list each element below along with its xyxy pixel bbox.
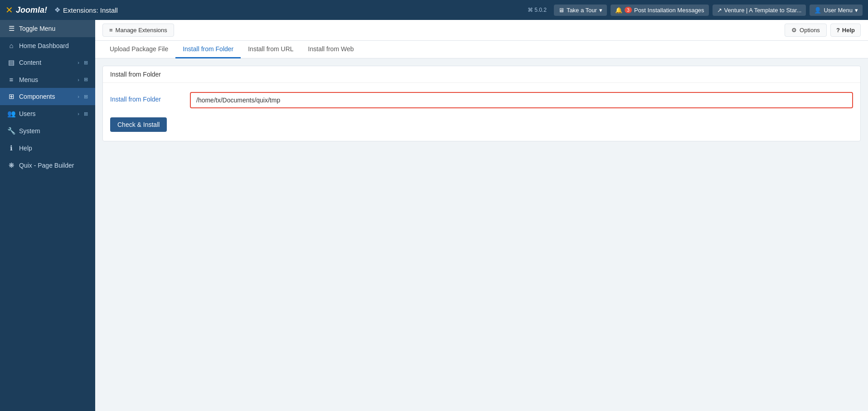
components-grid-icon: ⊞ <box>84 94 88 100</box>
sidebar-item-toggle-menu[interactable]: ☰ Home Dashboard Toggle Menu <box>0 20 95 37</box>
card-header: Install from Folder <box>103 66 860 83</box>
quix-icon: ❋ <box>7 161 15 169</box>
system-label: System <box>19 127 40 135</box>
sidebar-item-users[interactable]: 👥 Users › ⊞ <box>0 105 95 122</box>
menus-chevron-icon: › <box>78 77 79 82</box>
template-button[interactable]: ↗ Venture | A Template to Star... <box>713 5 806 16</box>
topbar: ✕ Joomla! ❖ Extensions: Install ⌘ 5.0.2 … <box>0 0 868 20</box>
content-area: ≡ Manage Extensions ⚙ Options ? Help Upl… <box>95 20 868 411</box>
user-menu-button[interactable]: 👤 User Menu ▾ <box>810 5 863 16</box>
sidebar-item-system[interactable]: 🔧 System <box>0 122 95 140</box>
tour-icon: 🖥 <box>558 7 564 14</box>
home-icon: ⌂ <box>7 42 15 49</box>
notifications-badge: 3 <box>625 7 632 13</box>
question-icon: ? <box>836 27 840 34</box>
help-button[interactable]: ? Help <box>830 24 861 37</box>
components-label: Components <box>19 93 55 100</box>
users-chevron-icon: › <box>78 111 79 116</box>
content-grid-icon: ⊞ <box>84 60 88 66</box>
card-body: Install from Folder Check & Install <box>103 83 860 141</box>
install-folder-form-group: Install from Folder <box>110 92 853 108</box>
logo[interactable]: ✕ Joomla! <box>5 5 47 15</box>
extensions-icon: ❖ <box>54 6 60 14</box>
post-installation-messages-button[interactable]: 🔔 3 Post Installation Messages <box>611 5 709 16</box>
joomla-icon: ✕ <box>5 5 13 15</box>
content-label: Content <box>19 59 41 66</box>
users-grid-icon: ⊞ <box>84 111 88 117</box>
tab-bar: Upload Package File Install from Folder … <box>95 41 868 58</box>
install-from-folder-card: Install from Folder Install from Folder … <box>102 66 861 141</box>
sidebar: ☰ Home Dashboard Toggle Menu ⌂ Home Dash… <box>0 20 95 411</box>
gear-icon: ⚙ <box>791 27 797 34</box>
user-icon: 👤 <box>814 7 821 14</box>
components-icon: ⊞ <box>7 92 15 101</box>
take-a-tour-button[interactable]: 🖥 Take a Tour ▾ <box>554 5 607 16</box>
tab-install-from-folder[interactable]: Install from Folder <box>175 41 241 58</box>
sidebar-item-home-dashboard[interactable]: ⌂ Home Dashboard <box>0 37 95 54</box>
menus-label: Menus <box>19 76 38 83</box>
components-chevron-icon: › <box>78 94 79 99</box>
quix-label: Quix - Page Builder <box>19 162 74 169</box>
install-folder-label: Install from Folder <box>110 92 183 103</box>
check-and-install-button[interactable]: Check & Install <box>110 117 167 132</box>
toolbar: ≡ Manage Extensions ⚙ Options ? Help <box>95 20 868 41</box>
sidebar-item-quix[interactable]: ❋ Quix - Page Builder <box>0 157 95 174</box>
content-chevron-icon: › <box>78 60 79 65</box>
page-title: ❖ Extensions: Install <box>54 6 118 14</box>
main-layout: ☰ Home Dashboard Toggle Menu ⌂ Home Dash… <box>0 20 868 411</box>
manage-extensions-button[interactable]: ≡ Manage Extensions <box>102 24 174 37</box>
home-dashboard-label: Home Dashboard <box>19 42 69 49</box>
toolbar-right: ⚙ Options ? Help <box>785 24 861 37</box>
menus-icon: ≡ <box>7 76 15 83</box>
page-content: Install from Folder Install from Folder … <box>95 58 868 411</box>
install-folder-input-wrap <box>190 92 853 108</box>
manage-icon: ≡ <box>109 27 113 34</box>
user-menu-chevron-icon: ▾ <box>855 7 858 14</box>
tab-install-from-url[interactable]: Install from URL <box>241 41 301 58</box>
tab-install-from-web[interactable]: Install from Web <box>301 41 361 58</box>
content-icon: ▤ <box>7 58 15 67</box>
version-label: ⌘ 5.0.2 <box>524 6 550 14</box>
options-button[interactable]: ⚙ Options <box>785 24 827 37</box>
toggle-menu-label: Toggle Menu <box>19 25 55 32</box>
external-link-icon: ↗ <box>717 7 722 14</box>
sidebar-item-menus[interactable]: ≡ Menus › ⊞ <box>0 71 95 88</box>
install-folder-input[interactable] <box>190 92 853 108</box>
sidebar-item-components[interactable]: ⊞ Components › ⊞ <box>0 88 95 105</box>
system-icon: 🔧 <box>7 127 15 135</box>
logo-text: Joomla! <box>16 5 47 15</box>
hamburger-icon: ☰ <box>7 24 15 33</box>
sidebar-item-content[interactable]: ▤ Content › ⊞ <box>0 54 95 71</box>
sidebar-item-help[interactable]: ℹ Help <box>0 140 95 157</box>
toolbar-left: ≡ Manage Extensions <box>102 24 174 37</box>
users-icon: 👥 <box>7 110 15 118</box>
help-icon: ℹ <box>7 144 15 152</box>
menus-grid-icon: ⊞ <box>84 77 88 82</box>
help-label: Help <box>19 145 32 152</box>
tab-upload-package-file[interactable]: Upload Package File <box>102 41 175 58</box>
tour-chevron-icon: ▾ <box>599 7 602 14</box>
users-label: Users <box>19 110 36 117</box>
bell-icon: 🔔 <box>615 7 622 14</box>
